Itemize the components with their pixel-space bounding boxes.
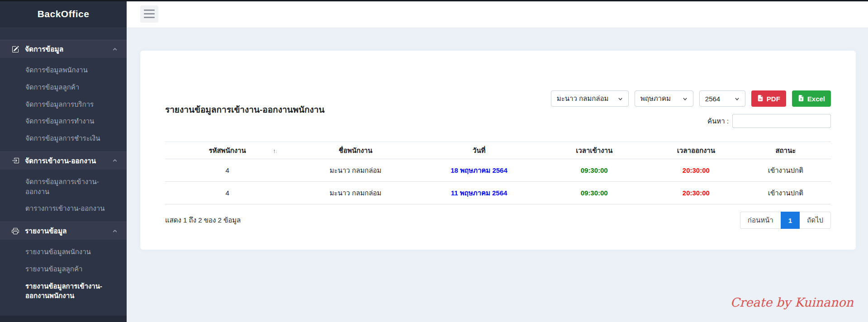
chevron-down-icon (735, 95, 740, 103)
cell-employee-id: 4 (165, 182, 289, 204)
sidebar-section-attendance[interactable]: จัดการเข้างาน-ออกงาน (0, 152, 127, 170)
sidebar-group-reports: รายงานข้อมูลพนักงาน รายงานข้อมูลลูกค้า ร… (0, 240, 127, 309)
cell-status: เข้างานปกติ (740, 182, 831, 204)
menu-toggle-button[interactable] (140, 5, 158, 23)
column-header-date[interactable]: วันที่ (422, 142, 537, 159)
sidebar-item-manage-service[interactable]: จัดการข้อมูลการบริการ (0, 96, 127, 113)
sort-icon[interactable]: ↑↓ (273, 147, 277, 154)
sidebar-group-attendance: จัดการข้อมูลการเข้างาน-ออกงาน ตารางการเข… (0, 170, 127, 222)
pagination-next-button[interactable]: ถัดไป (800, 212, 831, 229)
chevron-up-icon (112, 228, 118, 234)
sidebar-section-label: จัดการข้อมูล (25, 43, 63, 55)
edit-icon (12, 46, 19, 53)
column-header-status[interactable]: สถานะ (740, 142, 831, 159)
pagination-previous-button[interactable]: ก่อนหน้า (740, 212, 781, 229)
employee-select-value: มะนาว กลมกล่อม (557, 93, 609, 104)
sidebar-menu: จัดการข้อมูล จัดการข้อมูลพนักงาน จัดการข… (0, 28, 127, 309)
month-select[interactable]: พฤษภาคม (635, 90, 693, 107)
printer-icon (12, 227, 19, 235)
search-label: ค้นหา : (707, 116, 729, 127)
column-header-employee-id[interactable]: รหัสพนักงาน ↑↓ (165, 142, 289, 159)
page-title: รายงานข้อมูลการเข้างาน-ออกงานพนักงาน (165, 103, 325, 116)
sidebar-section-reports[interactable]: รายงานข้อมูล (0, 222, 127, 240)
sidebar-item-checkinout-schedule[interactable]: ตารางการเข้างาน-ออกงาน (0, 200, 127, 217)
sign-in-icon (12, 157, 19, 164)
sidebar-section-manage-data[interactable]: จัดการข้อมูล (0, 40, 127, 58)
topbar (127, 0, 868, 28)
month-select-value: พฤษภาคม (640, 93, 671, 104)
menu-icon (144, 9, 155, 11)
credit-text: Create by Kuinanon (730, 295, 854, 309)
sidebar-section-label: รายงานข้อมูล (25, 225, 67, 237)
sidebar-item-manage-employee[interactable]: จัดการข้อมูลพนักงาน (0, 62, 127, 79)
sidebar: BackOffice จัดการข้อมูล จัดการข้อมูลพนัก… (0, 0, 127, 322)
sidebar-item-manage-work[interactable]: จัดการข้อมูลการทำงาน (0, 113, 127, 130)
cell-status: เข้างานปกติ (740, 159, 831, 182)
cell-employee-name: มะนาว กลมกล่อม (289, 182, 421, 204)
year-select[interactable]: 2564 (699, 90, 745, 107)
chevron-up-icon (112, 158, 118, 163)
sidebar-item-manage-payment[interactable]: จัดการข้อมูลการชำระเงิน (0, 130, 127, 147)
year-select-value: 2564 (705, 95, 720, 103)
cell-checkin-time: 09:30:00 (536, 159, 652, 182)
attendance-table: รหัสพนักงาน ↑↓ ชื่อพนักงาน วันที่ เวลาเข… (165, 142, 831, 204)
chevron-down-icon (618, 95, 623, 103)
window-top-edge (0, 0, 868, 1)
chevron-down-icon (683, 95, 688, 103)
table-header-row: รหัสพนักงาน ↑↓ ชื่อพนักงาน วันที่ เวลาเข… (165, 142, 831, 159)
cell-employee-name: มะนาว กลมกล่อม (289, 159, 421, 182)
excel-button-label: Excel (807, 95, 825, 103)
cell-checkin-time: 09:30:00 (536, 182, 652, 204)
sidebar-item-manage-customer[interactable]: จัดการข้อมูลลูกค้า (0, 79, 127, 96)
search-input[interactable] (732, 114, 831, 128)
pdf-button-label: PDF (767, 95, 780, 103)
cell-employee-id: 4 (165, 159, 289, 182)
cell-date: 11 พฤษภาคม 2564 (422, 182, 537, 204)
sidebar-item-report-customer[interactable]: รายงานข้อมูลลูกค้า (0, 260, 127, 278)
report-card: รายงานข้อมูลการเข้างาน-ออกงานพนักงาน มะน… (140, 51, 856, 250)
cell-checkout-time: 20:30:00 (652, 182, 740, 204)
column-header-checkin-time[interactable]: เวลาเข้างาน (536, 142, 652, 159)
sidebar-item-report-employee[interactable]: รายงานข้อมูลพนักงาน (0, 243, 127, 260)
excel-file-icon (798, 95, 804, 103)
main-area: รายงานข้อมูลการเข้างาน-ออกงานพนักงาน มะน… (127, 0, 868, 322)
pdf-file-icon (757, 95, 764, 103)
pdf-export-button[interactable]: PDF (751, 90, 786, 107)
sidebar-bottom-edge (0, 316, 127, 322)
app-brand: BackOffice (0, 0, 127, 28)
column-header-checkout-time[interactable]: เวลาออกงาน (652, 142, 740, 159)
employee-select[interactable]: มะนาว กลมกล่อม (551, 90, 629, 107)
table-row[interactable]: 4 มะนาว กลมกล่อม 18 พฤษภาคม 2564 09:30:0… (165, 159, 831, 182)
table-info: แสดง 1 ถึง 2 ของ 2 ข้อมูล (165, 215, 241, 226)
table-row[interactable]: 4 มะนาว กลมกล่อม 11 พฤษภาคม 2564 09:30:0… (165, 182, 831, 204)
pagination: ก่อนหน้า 1 ถัดไป (740, 212, 831, 229)
excel-export-button[interactable]: Excel (792, 90, 831, 107)
chevron-up-icon (112, 47, 118, 52)
cell-checkout-time: 20:30:00 (652, 159, 740, 182)
sidebar-group-manage-data: จัดการข้อมูลพนักงาน จัดการข้อมูลลูกค้า จ… (0, 58, 127, 152)
cell-date: 18 พฤษภาคม 2564 (422, 159, 537, 182)
sidebar-item-report-attendance[interactable]: รายงานข้อมูลการเข้างาน-ออกงานพนักงาน (0, 278, 127, 305)
sidebar-section-label: จัดการเข้างาน-ออกงาน (25, 155, 96, 166)
pagination-page-1[interactable]: 1 (781, 212, 800, 229)
column-header-employee-name[interactable]: ชื่อพนักงาน (289, 142, 421, 159)
content-area: รายงานข้อมูลการเข้างาน-ออกงานพนักงาน มะน… (127, 28, 868, 322)
sidebar-item-manage-checkinout[interactable]: จัดการข้อมูลการเข้างาน-ออกงาน (0, 173, 127, 200)
